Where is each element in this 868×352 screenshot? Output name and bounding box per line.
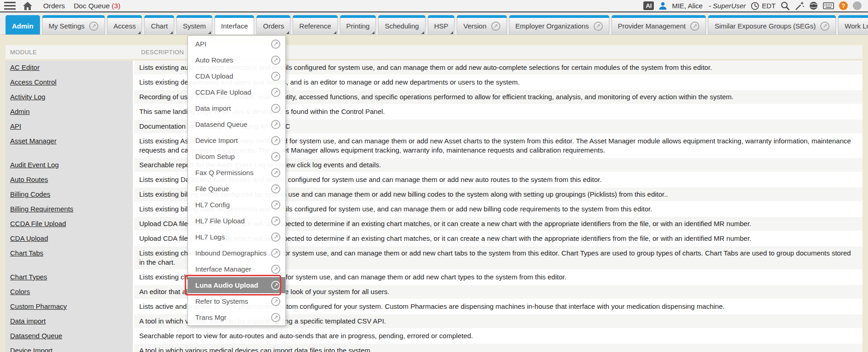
- tab-my-settings[interactable]: My Settings↗: [42, 15, 105, 34]
- menu-item-refer-to-systems[interactable]: Refer to Systems↗: [188, 293, 285, 309]
- dropdown-caret-icon: [208, 31, 211, 34]
- menu-item-label: Refer to Systems: [195, 297, 248, 305]
- ai-badge[interactable]: AI: [643, 1, 654, 10]
- menu-item-file-queue[interactable]: File Queue↗: [188, 181, 285, 197]
- tab-label: Printing: [346, 22, 370, 30]
- menu-item-hl7-file-upload[interactable]: HL7 File Upload↗: [188, 213, 285, 229]
- user-avatar-icon[interactable]: [659, 2, 667, 10]
- external-link-icon: ↗: [271, 281, 280, 290]
- menu-item-device-import[interactable]: Device Import↗: [188, 132, 285, 148]
- menu-item-inbound-demographics[interactable]: Inbound Demographics↗: [188, 245, 285, 261]
- menu-item-auto-routes[interactable]: Auto Routes↗: [188, 52, 285, 68]
- tab-label: Admin: [12, 22, 34, 30]
- table-row: Datasend QueueSearchable report to view …: [6, 329, 862, 344]
- menu-item-interface-manager[interactable]: Interface Manager↗: [188, 261, 285, 277]
- hamburger-menu-icon[interactable]: [4, 2, 16, 10]
- menu-item-dicom-setup[interactable]: Dicom Setup↗: [188, 148, 285, 165]
- tab-admin[interactable]: Admin: [6, 15, 40, 34]
- tab-reference[interactable]: Reference: [293, 15, 337, 34]
- module-link-admin[interactable]: Admin: [10, 108, 30, 115]
- table-row: Asset ManagerLists existing Asset charts…: [6, 134, 862, 158]
- home-icon[interactable]: [23, 2, 32, 10]
- module-link-audit-event-log[interactable]: Audit Event Log: [10, 161, 59, 169]
- module-link-auto-routes[interactable]: Auto Routes: [10, 176, 48, 183]
- keyboard-icon-glyph: [823, 2, 834, 9]
- user-name[interactable]: MIE, Alice: [672, 2, 703, 10]
- external-link-icon: ↗: [491, 22, 500, 31]
- menu-item-data-import[interactable]: Data import↗: [188, 100, 285, 116]
- module-link-custom-pharmacy[interactable]: Custom Pharmacy: [10, 302, 67, 310]
- menu-item-fax-q-permissions[interactable]: Fax Q Permissions↗: [188, 165, 285, 181]
- tab-access[interactable]: Access: [107, 15, 142, 34]
- keyboard-icon[interactable]: [823, 2, 834, 9]
- module-link-billing-requirements[interactable]: Billing Requirements: [10, 205, 74, 213]
- tab-label: Access: [113, 22, 136, 30]
- module-link-access-control[interactable]: Access Control: [10, 78, 57, 86]
- tab-employer-organizations[interactable]: Employer Organizations↗: [509, 15, 609, 34]
- tab-work-locations[interactable]: Work Locations↗: [838, 15, 868, 34]
- menu-item-hl7-logs[interactable]: HL7 Logs↗: [188, 229, 285, 245]
- module-link-api[interactable]: API: [10, 122, 21, 130]
- tab-label: System: [183, 22, 206, 30]
- module-link-chart-types[interactable]: Chart Types: [10, 273, 47, 281]
- module-cell: API: [6, 119, 135, 134]
- dropdown-caret-icon: [170, 31, 173, 34]
- status-circle-icon[interactable]: [853, 1, 862, 10]
- breadcrumb-doc-queue[interactable]: Doc Queue (3): [74, 2, 120, 10]
- person-icon-glyph: [659, 2, 667, 10]
- menu-item-luna-audio-upload[interactable]: Luna Audio Upload↗: [188, 277, 285, 293]
- search-icon[interactable]: [781, 1, 790, 11]
- clock-icon[interactable]: [751, 2, 759, 10]
- module-link-colors[interactable]: Colors: [10, 288, 30, 295]
- description-cell: A tool in which various medical devices …: [135, 344, 862, 352]
- tab-label: Similar Exposure Groups (SEGs): [715, 22, 816, 30]
- tab-chart[interactable]: Chart: [144, 15, 174, 34]
- menu-item-datasend-queue[interactable]: Datasend Queue↗: [188, 116, 285, 132]
- module-link-device-import[interactable]: Device Import: [10, 346, 53, 352]
- menu-item-cda-upload[interactable]: CDA Upload↗: [188, 68, 285, 84]
- menu-item-api[interactable]: API↗: [188, 36, 285, 52]
- tab-scheduling[interactable]: Scheduling: [378, 15, 425, 34]
- module-cell: CDA Upload: [6, 232, 135, 246]
- breadcrumb-orders[interactable]: Orders: [43, 2, 65, 10]
- tab-provider-management[interactable]: Provider Management↗: [612, 15, 706, 34]
- globe-icon[interactable]: [809, 1, 818, 10]
- tab-bar: AdminMy Settings↗AccessChartSystemInterf…: [0, 12, 868, 35]
- tab-hsp[interactable]: HSP: [428, 15, 455, 34]
- table-row: APIDocumentation for the JSON API using …: [6, 119, 862, 134]
- tab-printing[interactable]: Printing: [340, 15, 376, 34]
- module-link-ccda-file-upload[interactable]: CCDA File Upload: [10, 220, 66, 227]
- menu-item-hl7-config[interactable]: HL7 Config↗: [188, 197, 285, 213]
- module-link-cda-upload[interactable]: CDA Upload: [10, 234, 48, 242]
- timezone-label: EDT: [762, 2, 776, 10]
- table-row: Access ControlLists existing departments…: [6, 75, 862, 90]
- module-link-billing-codes[interactable]: Billing Codes: [10, 190, 51, 198]
- tab-orders[interactable]: Orders: [256, 15, 290, 34]
- module-cell: Activity Log: [6, 90, 135, 105]
- tab-label: Orders: [263, 22, 284, 30]
- module-link-activity-log[interactable]: Activity Log: [10, 93, 45, 101]
- menu-item-ccda-file-upload[interactable]: CCDA File Upload↗: [188, 84, 285, 100]
- external-link-icon: ↗: [690, 22, 699, 31]
- module-link-data-import[interactable]: Data import: [10, 317, 46, 325]
- tab-similar-exposure-groups-segs[interactable]: Similar Exposure Groups (SEGs)↗: [708, 15, 836, 34]
- module-cell: AC Editor: [6, 61, 135, 75]
- menu-item-label: Datasend Queue: [195, 120, 247, 128]
- module-link-asset-manager[interactable]: Asset Manager: [10, 137, 57, 145]
- module-link-ac-editor[interactable]: AC Editor: [10, 63, 40, 71]
- tab-version[interactable]: Version↗: [457, 15, 506, 34]
- external-link-icon: ↗: [271, 313, 280, 322]
- help-icon[interactable]: ?: [839, 1, 848, 10]
- module-link-chart-tabs[interactable]: Chart Tabs: [10, 249, 43, 257]
- tab-system[interactable]: System: [176, 15, 212, 34]
- magic-wand-icon[interactable]: [795, 1, 804, 11]
- module-cell: Admin: [6, 105, 135, 119]
- module-cell: Billing Requirements: [6, 202, 135, 217]
- tab-interface[interactable]: Interface: [215, 15, 254, 34]
- menu-item-trans-mgr[interactable]: Trans Mgr↗: [188, 309, 285, 325]
- table-row: CCDA File UploadUpload CDA files here di…: [6, 217, 862, 232]
- module-link-datasend-queue[interactable]: Datasend Queue: [10, 332, 62, 340]
- external-link-icon: ↗: [271, 136, 280, 145]
- module-cell: Chart Tabs: [6, 246, 135, 270]
- menu-item-label: CCDA File Upload: [195, 88, 251, 96]
